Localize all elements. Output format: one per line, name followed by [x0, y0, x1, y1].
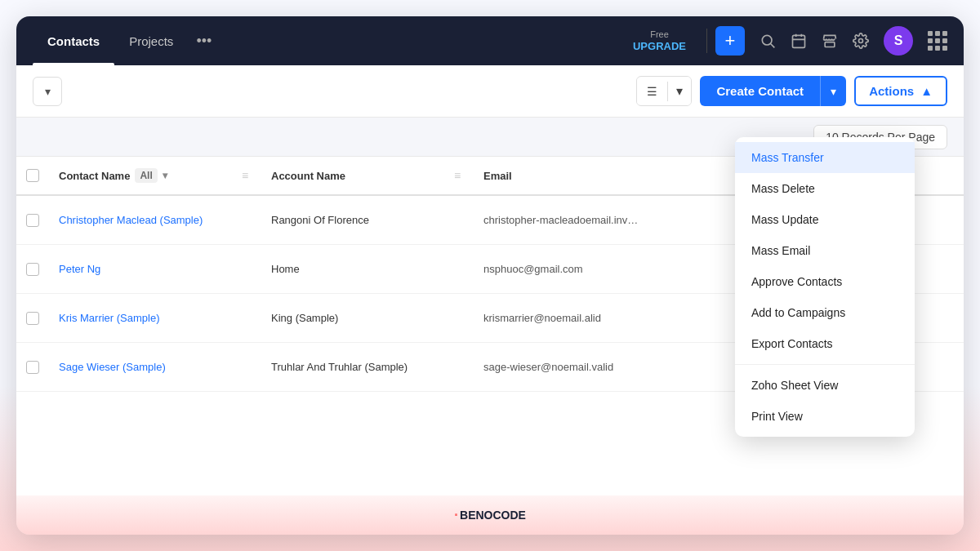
actions-button[interactable]: Actions ▲ — [854, 76, 947, 106]
free-label: Free — [650, 29, 669, 40]
nav-more-button[interactable]: ••• — [188, 33, 220, 50]
contact-name-cell[interactable]: Sage Wieser (Sample) — [49, 351, 229, 383]
actions-dropdown-menu: Mass Transfer Mass Delete Mass Update Ma… — [735, 137, 915, 437]
row-checkbox-cell — [16, 214, 49, 227]
email-cell: nsphuoc@gmail.com — [474, 253, 653, 285]
dropdown-item-mass-delete[interactable]: Mass Delete — [735, 173, 915, 204]
view-toggle: ☰ ▾ — [636, 76, 692, 106]
th-contact-name: Contact Name All ▾ — [49, 157, 229, 194]
avatar[interactable]: S — [884, 26, 913, 56]
row-checkbox[interactable] — [26, 263, 39, 276]
dropdown-item-export-contacts[interactable]: Export Contacts — [735, 328, 915, 359]
email-cell: christopher-macleadoemail.invalid — [474, 204, 653, 236]
dropdown-item-mass-transfer[interactable]: Mass Transfer — [735, 142, 915, 173]
select-all-checkbox[interactable] — [26, 169, 39, 182]
create-contact-button[interactable]: Create Contact — [700, 76, 820, 106]
row-checkbox[interactable] — [26, 361, 39, 374]
settings-icon[interactable] — [853, 33, 869, 49]
svg-rect-2 — [793, 35, 805, 47]
contact-name-cell[interactable]: Kris Marrier (Sample) — [49, 302, 229, 334]
svg-point-7 — [859, 39, 863, 43]
dropdown-item-zoho-sheet-view[interactable]: Zoho Sheet View — [735, 370, 915, 401]
nav-tab-contacts[interactable]: Contacts — [33, 16, 114, 65]
create-contact-group: Create Contact ▾ — [700, 76, 846, 106]
calendar-icon[interactable] — [791, 33, 807, 49]
header-checkbox-cell — [16, 157, 49, 194]
footer: · BENOCODE — [16, 495, 964, 535]
list-view-button[interactable]: ☰ — [637, 78, 667, 104]
dropdown-item-print-view[interactable]: Print View — [735, 401, 915, 432]
email-cell: sage-wieser@noemail.valid — [474, 351, 653, 383]
app-frame: Contacts Projects ••• Free UPGRADE + — [16, 16, 964, 535]
filter-button[interactable]: ▾ — [33, 77, 62, 106]
store-icon[interactable] — [822, 33, 838, 49]
contact-name-cell[interactable]: Christopher Maclead (Sample) — [49, 204, 229, 236]
account-name-cell: Truhlar And Truhlar (Sample) — [261, 351, 441, 383]
apps-grid-icon[interactable] — [928, 31, 947, 51]
dropdown-item-mass-email[interactable]: Mass Email — [735, 235, 915, 266]
search-icon[interactable] — [760, 33, 776, 49]
dropdown-divider — [735, 364, 915, 365]
row-checkbox-cell — [16, 312, 49, 325]
all-filter-badge[interactable]: All — [135, 168, 157, 183]
th-account-name: Account Name — [261, 157, 441, 194]
email-cell: krismarrier@noemail.alid — [474, 302, 653, 334]
th-email: Email — [474, 157, 653, 194]
top-nav: Contacts Projects ••• Free UPGRADE + — [16, 16, 964, 65]
svg-line-1 — [771, 44, 775, 48]
row-checkbox[interactable] — [26, 312, 39, 325]
view-toggle-dropdown[interactable]: ▾ — [668, 77, 691, 105]
svg-point-0 — [762, 35, 772, 45]
col-sep-2[interactable]: ≡ — [441, 157, 474, 194]
upgrade-link[interactable]: UPGRADE — [633, 40, 686, 53]
dropdown-item-add-to-campaigns[interactable]: Add to Campaigns — [735, 297, 915, 328]
create-contact-dropdown[interactable]: ▾ — [820, 76, 846, 106]
nav-tabs: Contacts Projects ••• — [33, 16, 220, 65]
account-name-cell: King (Sample) — [261, 302, 441, 334]
contact-name-cell[interactable]: Peter Ng — [49, 253, 229, 285]
account-name-cell: Rangoni Of Florence — [261, 204, 441, 236]
nav-divider — [706, 29, 707, 53]
dropdown-item-approve-contacts[interactable]: Approve Contacts — [735, 266, 915, 297]
dropdown-item-mass-update[interactable]: Mass Update — [735, 204, 915, 235]
footer-brand: · BENOCODE — [454, 507, 526, 524]
nav-icons: + S — [715, 26, 947, 56]
list-icon: ☰ — [647, 85, 657, 98]
svg-rect-6 — [825, 42, 835, 47]
col-sep-1[interactable]: ≡ — [229, 157, 261, 194]
add-button[interactable]: + — [715, 26, 745, 56]
row-checkbox-cell — [16, 263, 49, 276]
row-checkbox-cell — [16, 361, 49, 374]
row-checkbox[interactable] — [26, 214, 39, 227]
toolbar: ▾ ☰ ▾ Create Contact ▾ Actions ▲ — [16, 65, 964, 118]
account-name-cell: Home — [261, 253, 441, 285]
upgrade-area: Free UPGRADE — [633, 29, 686, 53]
actions-chevron-icon: ▲ — [920, 84, 933, 98]
nav-tab-projects[interactable]: Projects — [114, 16, 188, 65]
